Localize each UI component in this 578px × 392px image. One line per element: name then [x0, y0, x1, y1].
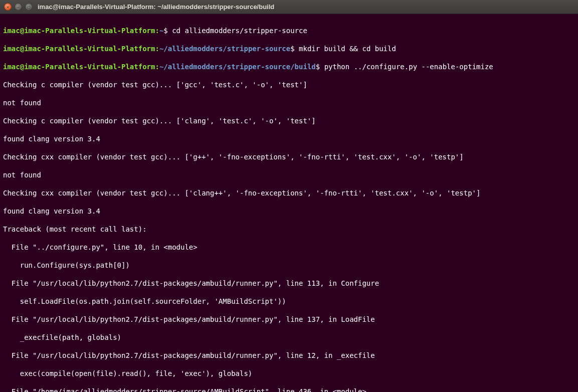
maximize-icon[interactable]: ▢ [25, 3, 33, 11]
terminal-output: File "/home/imac/alliedmodders/stripper-… [3, 387, 575, 392]
terminal-line: imac@imac-Parallels-Virtual-Platform:~/a… [3, 44, 575, 53]
terminal-output: not found [3, 98, 575, 107]
terminal-output: File "../configure.py", line 10, in <mod… [3, 243, 575, 252]
terminal-line: imac@imac-Parallels-Virtual-Platform:~$ … [3, 26, 575, 35]
terminal-output: Checking cxx compiler (vendor test gcc).… [3, 152, 575, 161]
terminal-output: Checking cxx compiler (vendor test gcc).… [3, 188, 575, 198]
terminal-output: File "/usr/local/lib/python2.7/dist-pack… [3, 315, 575, 324]
prompt-dollar: $ [163, 27, 167, 35]
prompt-userhost: imac@imac-Parallels-Virtual-Platform [3, 27, 155, 35]
close-icon[interactable]: ✕ [4, 3, 12, 11]
terminal-viewport[interactable]: imac@imac-Parallels-Virtual-Platform:~$ … [0, 14, 578, 392]
minimize-icon[interactable]: − [15, 3, 22, 11]
command-text: cd alliedmodders/stripper-source [172, 27, 307, 35]
terminal-output: Checking c compiler (vendor test gcc)...… [3, 80, 575, 89]
terminal-output: File "/usr/local/lib/python2.7/dist-pack… [3, 279, 575, 288]
window-controls: ✕ − ▢ [4, 3, 33, 11]
window-titlebar: ✕ − ▢ imac@imac-Parallels-Virtual-Platfo… [0, 0, 578, 14]
terminal-output: run.Configure(sys.path[0]) [3, 261, 575, 270]
terminal-output: _execfile(path, globals) [3, 333, 575, 342]
terminal-output: Traceback (most recent call last): [3, 225, 575, 234]
terminal-output: exec(compile(open(file).read(), file, 'e… [3, 369, 575, 378]
terminal-output: File "/usr/local/lib/python2.7/dist-pack… [3, 351, 575, 360]
terminal-line: imac@imac-Parallels-Virtual-Platform:~/a… [3, 62, 575, 71]
terminal-output: self.LoadFile(os.path.join(self.sourceFo… [3, 297, 575, 306]
window-title: imac@imac-Parallels-Virtual-Platform: ~/… [38, 3, 274, 11]
terminal-output: Checking c compiler (vendor test gcc)...… [3, 116, 575, 125]
terminal-output: found clang version 3.4 [3, 207, 575, 216]
terminal-output: found clang version 3.4 [3, 134, 575, 143]
terminal-output: not found [3, 170, 575, 179]
